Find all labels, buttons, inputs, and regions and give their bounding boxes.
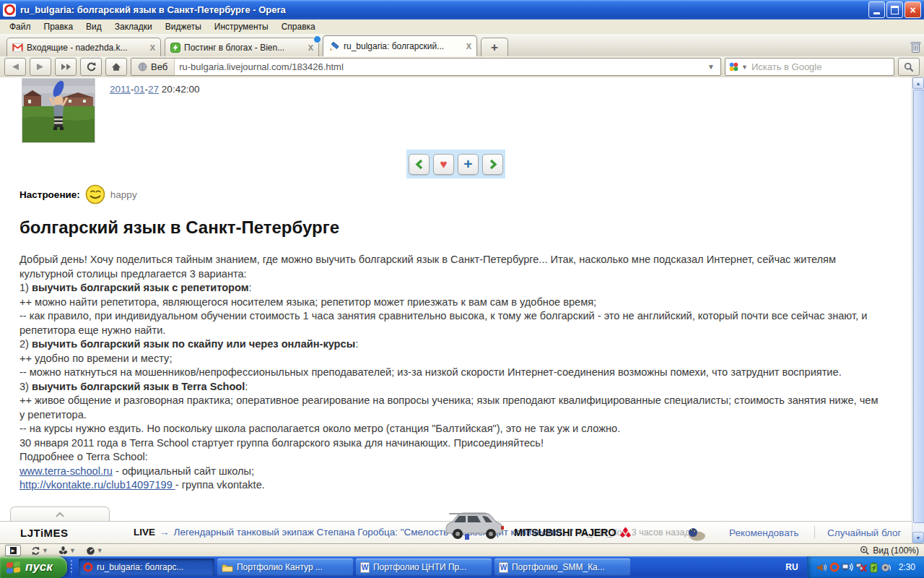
post-text: 3) [19,381,32,392]
favorite-button[interactable]: ♥ [433,154,454,175]
taskbar-task-opera[interactable]: ru_bulgaria: болгарс... [79,558,214,576]
zoom-control[interactable]: Вид (100%) [860,545,919,556]
tab-close-icon[interactable]: X [466,42,471,51]
unite-button[interactable]: ▼ [58,546,76,556]
opera-tray-icon[interactable] [829,562,840,572]
google-search-field[interactable]: ▼ [725,58,894,76]
home-button[interactable] [105,58,127,76]
new-tab-button[interactable]: + [481,38,508,56]
close-button[interactable]: × [905,1,921,18]
add-button[interactable]: + [458,154,479,175]
vertical-scrollbar[interactable]: ▲ ▼ [912,77,924,543]
windows-flag-icon [6,561,21,574]
post-text: -- можно наткнуться на мошенников/непроф… [19,366,842,378]
tab-close-icon[interactable]: X [150,43,155,52]
ljtimes-collapse-tab[interactable] [10,506,110,522]
back-button[interactable] [4,58,26,76]
start-button[interactable]: пуск [0,556,67,578]
tab-activity-badge [313,35,321,43]
post-line: Добрый день! Хочу поделиться тайным знан… [19,253,883,281]
dropdown-caret-icon: ▼ [42,547,48,554]
task-label: Портфолио Кантур ... [237,562,323,572]
opera-icon [83,562,93,572]
address-bar: Веб ▼ ▼ [0,56,924,78]
menu-item[interactable]: Закладки [108,20,159,33]
taskbar-task-doc1[interactable]: W Портфолио ЦНТИ Пр... [356,558,492,576]
chevron-right-icon [488,159,498,170]
day-link[interactable]: 27 [148,84,159,95]
post-link[interactable]: http://vkontakte.ru/club14097199 [19,479,175,491]
sync-icon [31,546,40,556]
power-plug-icon[interactable] [869,562,879,573]
svg-text:W: W [500,564,507,571]
taskbar-task-doc2[interactable]: W Портфолио_SMM_Ка... [494,558,630,576]
menu-item[interactable]: Справка [275,20,322,33]
post-link[interactable]: www.terra-school.ru [19,465,113,477]
turbo-button[interactable]: ▼ [86,546,103,556]
pajero-ad-label: MITSUBISHI PAJERO [514,527,616,538]
random-blog-link[interactable]: Случайный блог [827,527,902,538]
pajero-ad[interactable]: MITSUBISHI PAJERO [514,527,632,538]
month-link[interactable]: 01 [134,84,145,95]
heart-icon: ♥ [440,158,447,171]
next-entry-button[interactable] [482,154,503,175]
tab-label: Постинг в блогах - Bien... [184,43,305,53]
sound-scheme-icon[interactable] [881,562,892,573]
scrollbar-thumb[interactable] [913,90,924,523]
fast-forward-icon [61,63,71,71]
clock[interactable]: 2:30 [899,562,915,572]
sync-button[interactable]: ▼ [31,546,48,556]
tab-inbox[interactable]: Входящие - nadezhda.k... X [6,38,161,56]
network-offline-icon[interactable] [855,562,867,572]
tab-bar: Входящие - nadezhda.k... X Постинг в бло… [0,34,924,56]
post-text: : [355,338,358,350]
dropdown-caret-icon: ▼ [69,547,76,554]
menu-item[interactable]: Виджеты [159,20,208,33]
post-text: ++ удобно по времени и месту; [19,353,172,364]
search-input[interactable] [750,61,891,73]
tab-close-icon[interactable]: X [308,43,313,52]
recommend-link[interactable]: Рекомендовать [729,527,799,538]
fast-forward-button[interactable] [55,58,77,76]
mood-value: happy [110,189,137,200]
tab-label: ru_bulgaria: болгарский... [344,41,463,51]
address-field[interactable]: Веб ▼ [131,58,721,76]
volume-icon[interactable] [816,562,827,573]
panels-toggle-button[interactable]: ▶ [5,545,21,556]
previous-entry-button[interactable] [409,154,430,175]
search-go-button[interactable] [898,58,920,76]
forward-arrow-icon [36,63,45,71]
post-line: 1) выучить болгарский язык с репетитором… [19,281,883,296]
year-link[interactable]: 2011 [110,84,131,95]
menu-item[interactable]: Правка [38,20,80,33]
dropdown-caret-icon: ▼ [97,547,103,554]
scroll-down-button[interactable]: ▼ [912,532,924,543]
userpic-avatar[interactable] [22,78,95,143]
language-indicator[interactable]: RU [777,562,806,572]
minimize-button[interactable] [868,1,885,18]
search-engine-dropdown-icon[interactable]: ▼ [741,64,748,71]
mood-row: Настроение: happy [19,184,137,204]
wireless-network-icon[interactable] [842,562,853,572]
ljtimes-logo[interactable]: LJTiMES [20,527,69,539]
taskbar-task-folder[interactable]: Портфолио Кантур ... [217,558,353,576]
menu-item[interactable]: Файл [3,20,38,33]
scroll-up-button[interactable]: ▲ [912,77,924,89]
tab-ru-bulgaria[interactable]: ru_bulgaria: болгарский... X [323,35,477,56]
pencil-icon [328,41,340,52]
address-dropdown-icon[interactable]: ▼ [702,63,720,71]
web-mode-badge[interactable]: Веб [131,59,175,75]
menu-item[interactable]: Вид [79,20,108,33]
tab-blog-posting[interactable]: Постинг в блогах - Bien... X [165,38,319,56]
forward-button[interactable] [30,58,51,76]
post-text: - официальный сайт школы; [113,465,254,477]
post-text: -- как правило, при индивидуальном обуче… [19,310,867,336]
url-input[interactable] [175,61,702,72]
menu-item[interactable]: Инструменты [208,20,275,33]
closed-tabs-trash-icon[interactable] [910,40,921,53]
reload-button[interactable] [80,58,102,76]
pajero-car-image[interactable] [439,510,505,540]
task-label: Портфолио_SMM_Ка... [512,562,605,572]
restore-button[interactable] [886,1,903,18]
unite-fan-icon [58,546,68,556]
